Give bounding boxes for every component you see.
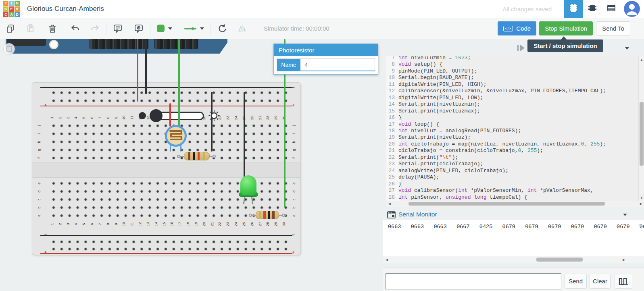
document-title[interactable]: Glorious Curcan-Amberis	[27, 5, 104, 13]
code-vscrollbar[interactable]: ▲ ▼	[638, 56, 644, 202]
serial-hscrollbar[interactable]: ◀ ▶	[383, 256, 644, 263]
breadboard-label: 3	[66, 221, 71, 227]
led-green[interactable]	[240, 175, 256, 195]
hscroll-thumb[interactable]	[408, 202, 605, 206]
wire-green-analog[interactable]	[178, 39, 180, 127]
arduino-uno-board[interactable]	[6, 39, 227, 54]
mirror-button[interactable]	[234, 21, 250, 37]
serial-graph-button[interactable]	[615, 274, 632, 289]
breadboard-label: 11	[129, 114, 135, 121]
arduino-pin-header	[154, 39, 198, 49]
wire-red-sensor[interactable]	[169, 103, 171, 127]
code-line: 28int pinSensor, unsigned long tiempoCal…	[386, 194, 644, 201]
scroll-up-icon[interactable]: ▲	[640, 58, 643, 62]
scroll-down-icon[interactable]: ▼	[640, 196, 643, 200]
code-line: 20int cicloTrabajo = map(nivelLuz, nivel…	[386, 141, 644, 148]
delete-button[interactable]	[44, 21, 60, 37]
user-avatar[interactable]	[624, 1, 640, 17]
breadboard-label: 5	[81, 114, 87, 121]
undo-button[interactable]	[67, 21, 83, 37]
code-editor[interactable]: 7int nivelLuzmin = 1023;8void setup() {9…	[386, 56, 644, 207]
serial-hscroll-thumb[interactable]	[536, 258, 583, 262]
breadboard-label: 27	[258, 221, 263, 227]
chip-icon	[587, 3, 598, 15]
send-to-button[interactable]: Send To	[596, 21, 630, 35]
resistor-2[interactable]	[256, 211, 279, 219]
serial-output[interactable]: 0663 0663 0663 0667 0425 0679 0679 0679 …	[383, 220, 644, 256]
breadboard-view-button[interactable]	[564, 0, 583, 18]
breadboard-label: 7	[98, 221, 103, 227]
chevron-down-icon	[625, 47, 629, 50]
breadboard-label: 24	[233, 114, 239, 121]
breadboard-label: 4	[73, 221, 79, 227]
breadboard-label: e	[292, 180, 297, 187]
breadboard-label: 19	[194, 221, 199, 227]
serial-clear-button[interactable]: Clear	[590, 274, 611, 289]
breadboard-label: 9	[114, 221, 119, 227]
scroll-left-icon[interactable]: ◀	[386, 258, 388, 262]
color-dropdown[interactable]	[154, 21, 175, 37]
chevron-down-icon[interactable]	[623, 214, 627, 216]
component-labels-button[interactable]	[131, 21, 147, 37]
serial-monitor-header[interactable]: Serial Monitor	[383, 209, 644, 220]
scroll-left-icon[interactable]: ◀	[388, 202, 391, 206]
save-status: All changes saved	[502, 6, 552, 12]
scroll-up-icon[interactable]: ▲	[638, 222, 642, 226]
notes-button[interactable]	[110, 21, 126, 37]
chevron-down-icon	[168, 27, 172, 30]
code-hscrollbar[interactable]: ◀ ▶	[386, 201, 644, 207]
schematic-view-button[interactable]	[583, 0, 602, 18]
wire-black-led[interactable]	[244, 92, 245, 183]
stop-simulation-button[interactable]: Stop Simulation	[539, 21, 593, 35]
simulation-tooltip: Start / stop simulation	[527, 39, 603, 52]
code-line: 11digitalWrite(PIN_LED, HIGH);	[386, 81, 644, 88]
vscroll-thumb[interactable]	[640, 102, 644, 166]
serial-send-button[interactable]: Send	[565, 274, 587, 289]
breadboard-label: 8	[106, 221, 111, 227]
paste-button[interactable]	[23, 21, 39, 37]
code-line: 18int nivelLuz = analogRead(PIN_FOTORES)…	[386, 128, 644, 134]
breadboard-label: 28	[265, 114, 271, 121]
rotate-handle[interactable]	[3, 43, 15, 55]
color-swatch	[157, 25, 165, 32]
breadboard-label: 26	[250, 114, 255, 121]
rotate-button[interactable]	[214, 21, 230, 37]
copy-button[interactable]	[2, 21, 19, 37]
tinkercad-logo[interactable]: TINKERCAD	[3, 1, 20, 17]
logo-tile: K	[3, 6, 8, 12]
breadboard-label: 6	[90, 221, 95, 227]
breadboard-label: 29	[273, 221, 279, 227]
code-line: 24analogWrite(PIN_LED, cicloTrabajo);	[386, 168, 644, 174]
code-button[interactable]: </> Code	[498, 21, 536, 35]
scroll-right-icon[interactable]: ▶	[640, 202, 642, 206]
breadboard-label: 21	[210, 221, 215, 227]
breadboard-label: 10	[121, 114, 127, 121]
breadboard-label: h	[292, 139, 297, 145]
wire-type-dropdown[interactable]	[181, 21, 207, 37]
breadboard-label: 18	[185, 221, 191, 227]
copy-icon	[5, 23, 16, 34]
code-line: 15Serial.print(nivelLuzmax);	[386, 108, 644, 114]
photoresistor[interactable]	[165, 125, 187, 147]
breadboard-label: 25	[242, 221, 247, 227]
brightness-slider-handle[interactable]	[150, 109, 163, 122]
serial-input[interactable]	[385, 273, 561, 289]
wire-black-ground[interactable]	[145, 39, 147, 94]
redo-button[interactable]	[87, 21, 103, 37]
breadboard-label: e	[37, 180, 42, 187]
rail-minus-label: −	[43, 84, 48, 90]
breadboard-label: 1	[50, 221, 55, 227]
code-line: 7int nivelLuzmin = 1023;	[386, 56, 644, 61]
wire-red-power[interactable]	[137, 39, 138, 102]
breadboard[interactable]: 1122334455667788991010111112121313141415…	[32, 83, 300, 255]
breadboard-label: f	[292, 155, 297, 161]
breadboard-label: b	[37, 204, 42, 211]
step-icon[interactable]	[517, 45, 519, 51]
breadboard-label: 16	[169, 221, 175, 227]
code-line: 12calibraSensor(&nivelLuzmin, &nivelLuzm…	[386, 88, 644, 94]
scroll-right-icon[interactable]: ▶	[623, 258, 625, 262]
resistor-1[interactable]	[184, 152, 210, 160]
paste-icon	[25, 23, 36, 34]
component-list-button[interactable]	[602, 0, 621, 18]
name-field[interactable]: 4	[300, 59, 375, 71]
